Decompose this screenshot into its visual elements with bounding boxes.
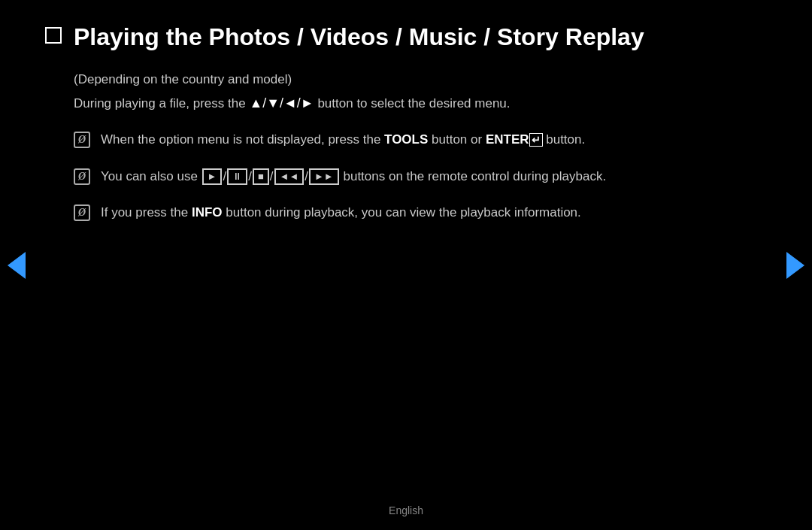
note2-before: You can also use — [101, 169, 201, 183]
rewind-btn: ◄◄ — [274, 168, 304, 185]
note3-info: INFO — [192, 205, 223, 220]
note1-tools: TOOLS — [384, 132, 428, 147]
stop-btn: ■ — [253, 168, 269, 185]
pause-btn: ⏸ — [227, 168, 247, 185]
title-row: Playing the Photos / Videos / Music / St… — [45, 23, 692, 51]
note1-enter: ENTER↵ — [486, 132, 543, 147]
page-title: Playing the Photos / Videos / Music / St… — [74, 23, 644, 51]
nav-arrow-left[interactable] — [8, 252, 26, 279]
footer-language: English — [389, 504, 423, 516]
footer: English — [389, 504, 423, 516]
note-item-3: Ø If you press the INFO button during pl… — [45, 203, 692, 223]
note1-middle: button or — [432, 132, 486, 147]
nav-arrow-right[interactable] — [786, 252, 804, 279]
note-text-1: When the option menu is not displayed, p… — [101, 130, 585, 150]
main-text: During playing a file, press the ▲/▼/◄/►… — [45, 93, 692, 114]
note3-before: If you press the — [101, 205, 192, 220]
note-item-1: Ø When the option menu is not displayed,… — [45, 130, 692, 150]
note2-after: buttons on the remote control during pla… — [343, 169, 606, 183]
note-icon-1: Ø — [74, 132, 90, 148]
note1-before: When the option menu is not displayed, p… — [101, 132, 384, 147]
note-item-2: Ø You can also use ►/⏸/■/◄◄/►► buttons o… — [45, 167, 692, 186]
note3-after: button during playback, you can view the… — [226, 205, 581, 220]
subtitle: (Depending on the country and model) — [45, 72, 692, 87]
note-icon-2: Ø — [74, 168, 90, 185]
play-btn: ► — [202, 168, 223, 185]
main-text-before: During playing a file, press the — [74, 96, 249, 111]
note-text-3: If you press the INFO button during play… — [101, 203, 581, 223]
note1-after: button. — [546, 132, 585, 147]
title-checkbox — [45, 27, 62, 44]
note-text-2: You can also use ►/⏸/■/◄◄/►► buttons on … — [101, 167, 606, 186]
note-icon-3: Ø — [74, 204, 90, 221]
main-text-after: button to select the desired menu. — [317, 96, 510, 111]
page-content: Playing the Photos / Videos / Music / St… — [0, 0, 752, 262]
forward-btn: ►► — [309, 168, 339, 185]
direction-buttons: ▲/▼/◄/► — [249, 95, 314, 111]
